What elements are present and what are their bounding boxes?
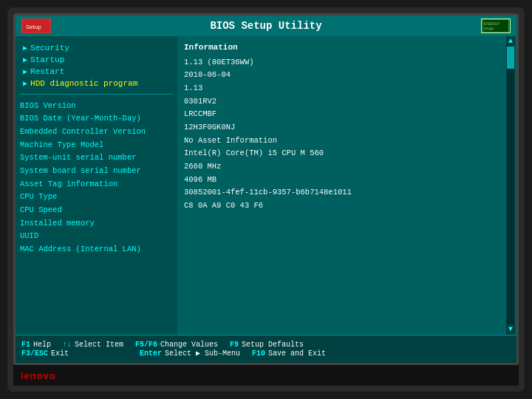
info-row-asset: Asset Tag information bbox=[20, 177, 173, 191]
info-row-board-serial: System board serial number bbox=[20, 164, 173, 177]
sidebar-item-startup[interactable]: ▶ Startup bbox=[20, 54, 173, 66]
value-uuid: 30852001-4fef-11cb-9357-b6b7148e1011 bbox=[184, 186, 511, 200]
sidebar-item-hdd[interactable]: ▶ HDD diagnostic program bbox=[20, 78, 173, 89]
value-ec-ver: 1.13 bbox=[184, 81, 511, 95]
svg-text:ENERGY: ENERGY bbox=[484, 21, 500, 26]
val-cpu-speed: 2660 MHz bbox=[184, 161, 511, 172]
sidebar-item-security[interactable]: ▶ Security bbox=[20, 42, 173, 54]
key-f1-label: F1 bbox=[21, 341, 30, 349]
key-f10-desc: Save and Exit bbox=[268, 349, 326, 358]
bios-screen: Setup BIOS Setup Utility ENERGY STAR ▶ S… bbox=[13, 13, 519, 365]
val-memory: 4096 MB bbox=[184, 174, 511, 185]
main-content: ▶ Security ▶ Startup ▶ Restart ▶ HDD dia… bbox=[16, 36, 516, 335]
logo-right: ENERGY STAR bbox=[481, 18, 511, 33]
sidebar-label-security: Security bbox=[30, 44, 69, 52]
bottom-row-1: F1 Help ↑↓ Select Item F5/F6 Change Valu… bbox=[21, 341, 511, 349]
val-asset: No Asset Information bbox=[184, 135, 511, 146]
label-mac: MAC Address (Internal LAN) bbox=[20, 244, 168, 255]
val-bios-ver: 1.13 (80ET36WW) bbox=[184, 57, 511, 68]
key-f10: F10 Save and Exit bbox=[252, 349, 326, 358]
lenovo-bar: lenovo bbox=[13, 365, 519, 386]
bottom-key-bar: F1 Help ↑↓ Select Item F5/F6 Change Valu… bbox=[16, 335, 516, 363]
right-panel: Information 1.13 (80ET36WW) 2010-06-04 1… bbox=[178, 36, 516, 335]
sidebar-label-startup: Startup bbox=[30, 55, 64, 64]
section-title: Information bbox=[184, 42, 511, 52]
key-f5f6: F5/F6 Change Values bbox=[135, 341, 218, 349]
info-row-machine: Machine Type Model bbox=[20, 138, 173, 151]
key-f1: F1 Help bbox=[21, 341, 51, 349]
key-f5f6-label: F5/F6 bbox=[135, 341, 157, 349]
label-cpu-type: CPU Type bbox=[20, 191, 168, 202]
key-f3esc-desc: Exit bbox=[51, 349, 69, 358]
top-bar: Setup BIOS Setup Utility ENERGY STAR bbox=[16, 16, 516, 36]
scrollbar[interactable]: ▲ ▼ bbox=[506, 36, 515, 335]
key-arrows-desc: Select Item bbox=[75, 341, 123, 349]
arrow-icon: ▶ bbox=[23, 67, 27, 76]
arrow-icon: ▶ bbox=[23, 44, 27, 52]
key-f3esc-label: F3/ESC bbox=[21, 349, 48, 358]
label-asset: Asset Tag information bbox=[20, 179, 168, 190]
scrollbar-track[interactable] bbox=[507, 47, 514, 324]
label-board-serial: System board serial number bbox=[20, 166, 168, 177]
scroll-up-arrow[interactable]: ▲ bbox=[508, 36, 513, 47]
label-machine: Machine Type Model bbox=[20, 140, 168, 151]
value-memory: 4096 MB bbox=[184, 173, 511, 186]
scrollbar-thumb[interactable] bbox=[507, 47, 514, 69]
key-enter-label: Enter bbox=[140, 349, 162, 358]
label-memory: Installed memory bbox=[20, 218, 168, 229]
arrow-icon: ▶ bbox=[23, 79, 27, 88]
value-serial: LRCCMBF bbox=[184, 108, 511, 121]
key-enter: Enter Select ▶ Sub-Menu bbox=[140, 349, 240, 358]
key-arrows: ↑↓ Select Item bbox=[63, 341, 123, 349]
bios-title: BIOS Setup Utility bbox=[51, 20, 481, 32]
laptop-frame: Setup BIOS Setup Utility ENERGY STAR ▶ S… bbox=[7, 7, 525, 392]
val-bios-date: 2010-06-04 bbox=[184, 69, 511, 81]
key-f5f6-desc: Change Values bbox=[160, 341, 218, 349]
sidebar-item-restart[interactable]: ▶ Restart bbox=[20, 66, 173, 78]
key-f9-desc: Setup Defaults bbox=[242, 341, 304, 349]
svg-text:STAR: STAR bbox=[484, 27, 494, 31]
label-uuid: UUID bbox=[20, 231, 168, 242]
key-f3esc: F3/ESC Exit bbox=[21, 349, 69, 358]
info-row-bios-ver: BIOS Version bbox=[20, 99, 173, 112]
value-bios-ver: 1.13 (80ET36WW) bbox=[184, 55, 511, 69]
divider bbox=[20, 94, 173, 95]
info-left: BIOS Version BIOS Date (Year-Month-Day) … bbox=[20, 99, 173, 256]
key-f9-label: F9 bbox=[230, 341, 239, 349]
scroll-down-arrow[interactable]: ▼ bbox=[508, 324, 513, 335]
val-cpu-type: Intel(R) Core(TM) i5 CPU M 560 bbox=[184, 148, 511, 159]
val-machine: 0301RV2 bbox=[184, 96, 511, 107]
key-f10-label: F10 bbox=[252, 349, 265, 358]
info-row-mac: MAC Address (Internal LAN) bbox=[20, 243, 173, 256]
info-values: Information 1.13 (80ET36WW) 2010-06-04 1… bbox=[184, 42, 511, 329]
key-f9: F9 Setup Defaults bbox=[230, 341, 304, 349]
info-row-ec-ver: Embedded Controller Version bbox=[20, 125, 173, 138]
value-mac: C8 0A A9 C0 43 F6 bbox=[184, 200, 511, 213]
label-ec-ver: Embedded Controller Version bbox=[20, 126, 168, 137]
arrow-icon: ▶ bbox=[23, 55, 27, 64]
value-cpu-type: Intel(R) Core(TM) i5 CPU M 560 bbox=[184, 147, 511, 160]
val-serial: LRCCMBF bbox=[184, 109, 511, 120]
label-bios-date: BIOS Date (Year-Month-Day) bbox=[20, 113, 168, 124]
svg-text:Setup: Setup bbox=[26, 24, 41, 30]
label-cpu-speed: CPU Speed bbox=[20, 205, 168, 216]
info-row-bios-date: BIOS Date (Year-Month-Day) bbox=[20, 112, 173, 126]
value-asset: No Asset Information bbox=[184, 134, 511, 147]
values-container: 1.13 (80ET36WW) 2010-06-04 1.13 0301RV2 bbox=[184, 55, 511, 212]
left-panel: ▶ Security ▶ Startup ▶ Restart ▶ HDD dia… bbox=[16, 36, 178, 335]
val-mac: C8 0A A9 C0 43 F6 bbox=[184, 200, 511, 211]
sidebar-label-restart: Restart bbox=[30, 67, 64, 76]
sidebar-label-hdd: HDD diagnostic program bbox=[30, 79, 137, 88]
key-arrows-label: ↑↓ bbox=[63, 341, 72, 349]
key-f1-desc: Help bbox=[33, 341, 51, 349]
value-board-serial: 12H3F0GK0NJ bbox=[184, 120, 511, 134]
info-row-cpu-speed: CPU Speed bbox=[20, 204, 173, 217]
val-uuid: 30852001-4fef-11cb-9357-b6b7148e1011 bbox=[184, 187, 511, 198]
key-enter-desc: Select ▶ Sub-Menu bbox=[165, 349, 240, 358]
value-machine: 0301RV2 bbox=[184, 95, 511, 108]
logo-left: Setup bbox=[21, 18, 51, 33]
value-cpu-speed: 2660 MHz bbox=[184, 160, 511, 174]
val-ec-ver: 1.13 bbox=[184, 83, 511, 94]
info-row-cpu-type: CPU Type bbox=[20, 191, 173, 204]
label-bios-ver: BIOS Version bbox=[20, 100, 168, 112]
